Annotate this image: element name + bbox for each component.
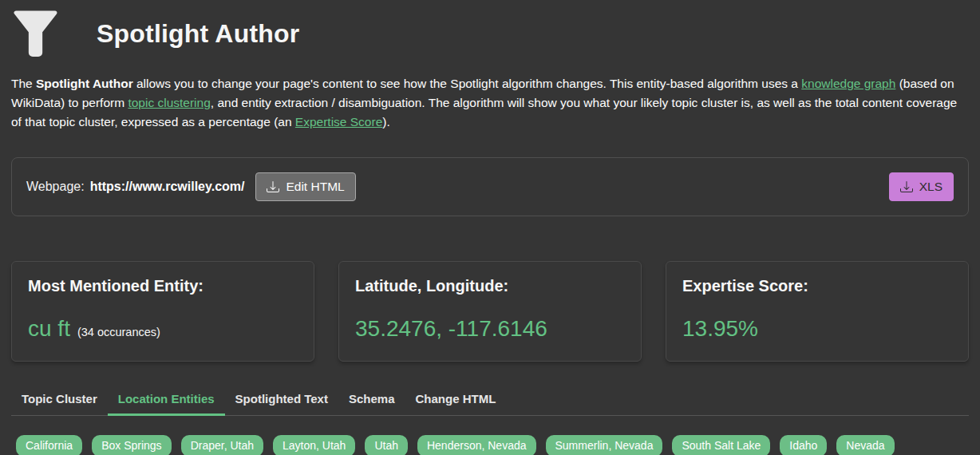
tab-bar: Topic ClusterLocation EntitiesSpotlighte… [11,384,969,416]
description-link-expertise-score[interactable]: Expertise Score [295,115,382,129]
webpage-url: https://www.rcwilley.com/ [90,180,245,194]
spotlight-author-page: Spotlight Author The Spotlight Author al… [0,0,980,455]
description-link-knowledge-graph[interactable]: knowledge graph [801,77,895,90]
funnel-icon [13,10,58,57]
download-icon [267,180,279,193]
latitude-longitude-value: 35.2476, -117.6146 [355,316,547,342]
tab-location-entities[interactable]: Location Entities [108,384,225,416]
location-entity-badge-nevada: Nevada [836,435,894,455]
page-header: Spotlight Author [0,0,980,57]
location-entities-list: CaliforniaBox SpringsDraper, UtahLayton,… [0,416,980,455]
description-link-topic-clustering[interactable]: topic clustering [128,96,210,109]
download-icon [900,180,913,193]
location-entity-badge-draper-utah: Draper, Utah [181,435,263,455]
description-segment: ). [382,115,389,129]
latitude-longitude-card: Latitude, Longitude: 35.2476, -117.6146 [338,261,642,362]
card-title: Expertise Score: [682,277,952,295]
location-entity-badge-box-springs: Box Springs [92,435,171,455]
location-entity-badge-summerlin-nevada: Summerlin, Nevada [546,435,663,455]
tab-schema[interactable]: Schema [338,384,405,416]
xls-download-button[interactable]: XLS [889,172,954,201]
description-segment: The [11,77,36,90]
occurrence-count: (34 occurances) [77,326,160,338]
location-entity-badge-layton-utah: Layton, Utah [273,435,355,455]
card-title: Most Mentioned Entity: [28,277,298,295]
location-entity-badge-south-salt-lake: South Salt Lake [672,435,770,455]
location-entity-badge-henderson-nevada: Henderson, Nevada [417,435,536,455]
webpage-bar: Webpage: https://www.rcwilley.com/ Edit … [11,157,969,216]
webpage-label: Webpage: [26,180,85,194]
tab-change-html[interactable]: Change HTML [405,384,507,416]
location-entity-badge-utah: Utah [365,435,408,455]
xls-button-label: XLS [919,180,942,194]
expertise-score-card: Expertise Score: 13.95% [666,261,969,362]
expertise-score-value: 13.95% [682,316,758,342]
most-mentioned-entity-card: Most Mentioned Entity: cu ft (34 occuran… [11,261,314,362]
edit-html-button[interactable]: Edit HTML [255,172,355,201]
description-segment: allows you to change your page's content… [133,77,802,90]
tab-spotlighted-text[interactable]: Spotlighted Text [225,384,338,416]
location-entity-badge-california: California [16,435,82,455]
location-entity-badge-idaho: Idaho [780,435,827,455]
card-title: Latitude, Longitude: [355,277,625,295]
description-bold-text: Spotlight Author [36,77,133,90]
tab-topic-cluster[interactable]: Topic Cluster [11,384,108,416]
page-title: Spotlight Author [97,19,299,49]
description-text: The Spotlight Author allows you to chang… [11,74,969,132]
edit-html-button-label: Edit HTML [286,180,344,194]
most-mentioned-entity-value: cu ft [28,316,70,342]
stats-cards: Most Mentioned Entity: cu ft (34 occuran… [11,261,969,362]
